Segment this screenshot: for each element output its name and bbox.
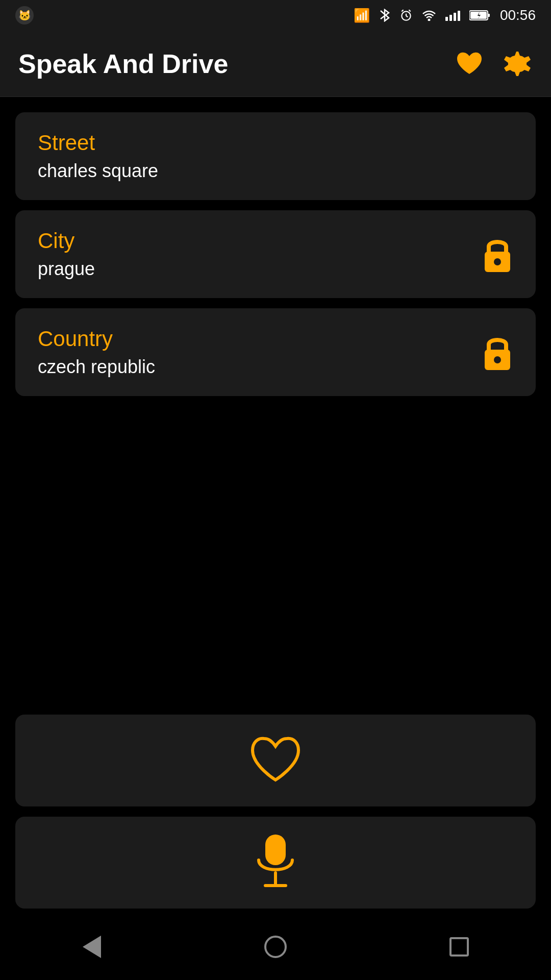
street-card-text: Street charles square xyxy=(38,131,158,182)
status-bar-left: 🐱 xyxy=(15,6,34,24)
city-label: City xyxy=(38,229,95,253)
country-label: Country xyxy=(38,327,155,351)
svg-point-14 xyxy=(494,356,501,363)
favorite-button[interactable] xyxy=(15,715,536,806)
content-spacer xyxy=(15,406,536,715)
main-content: Street charles square City prague Countr… xyxy=(0,97,551,715)
back-icon xyxy=(83,936,101,958)
navigation-bar xyxy=(0,919,551,980)
country-lock-icon xyxy=(482,333,513,371)
battery-icon xyxy=(469,9,491,21)
notification-icon: 🐱 xyxy=(15,6,34,24)
city-lock-icon xyxy=(482,235,513,273)
city-card[interactable]: City prague xyxy=(15,210,536,298)
nav-recents-button[interactable] xyxy=(439,932,480,962)
svg-rect-8 xyxy=(488,14,490,17)
country-card[interactable]: Country czech republic xyxy=(15,308,536,396)
app-header: Speak And Drive xyxy=(0,31,551,97)
nav-home-button[interactable] xyxy=(255,932,296,962)
svg-point-5 xyxy=(428,19,430,21)
status-bar-right: 📶 xyxy=(354,7,536,23)
favorite-icon[interactable] xyxy=(455,51,484,77)
microphone-icon xyxy=(253,832,298,893)
svg-line-4 xyxy=(409,10,410,11)
bluetooth-icon xyxy=(379,9,390,22)
alarm-icon xyxy=(399,9,413,22)
header-icons xyxy=(455,50,533,78)
home-icon xyxy=(264,936,287,958)
microphone-button[interactable] xyxy=(15,817,536,909)
nav-back-button[interactable] xyxy=(71,932,112,962)
signal-bars xyxy=(445,10,460,21)
heart-outline-icon xyxy=(247,735,304,786)
city-value: prague xyxy=(38,258,95,280)
svg-line-3 xyxy=(402,10,403,11)
street-label: Street xyxy=(38,131,158,155)
wifi-icon xyxy=(422,10,436,21)
page-title: Speak And Drive xyxy=(18,48,228,79)
country-value: czech republic xyxy=(38,356,155,378)
svg-point-12 xyxy=(494,258,501,265)
status-time: 00:56 xyxy=(500,7,536,23)
settings-icon[interactable] xyxy=(504,50,533,78)
status-bar: 🐱 📶 xyxy=(0,0,551,31)
bottom-buttons xyxy=(0,715,551,919)
country-card-text: Country czech republic xyxy=(38,327,155,378)
city-card-text: City prague xyxy=(38,229,95,280)
recents-icon xyxy=(449,937,469,957)
svg-line-2 xyxy=(406,16,408,17)
street-card[interactable]: Street charles square xyxy=(15,112,536,200)
svg-rect-15 xyxy=(265,835,286,865)
bluetooth-icon: 📶 xyxy=(354,8,370,23)
street-value: charles square xyxy=(38,160,158,182)
